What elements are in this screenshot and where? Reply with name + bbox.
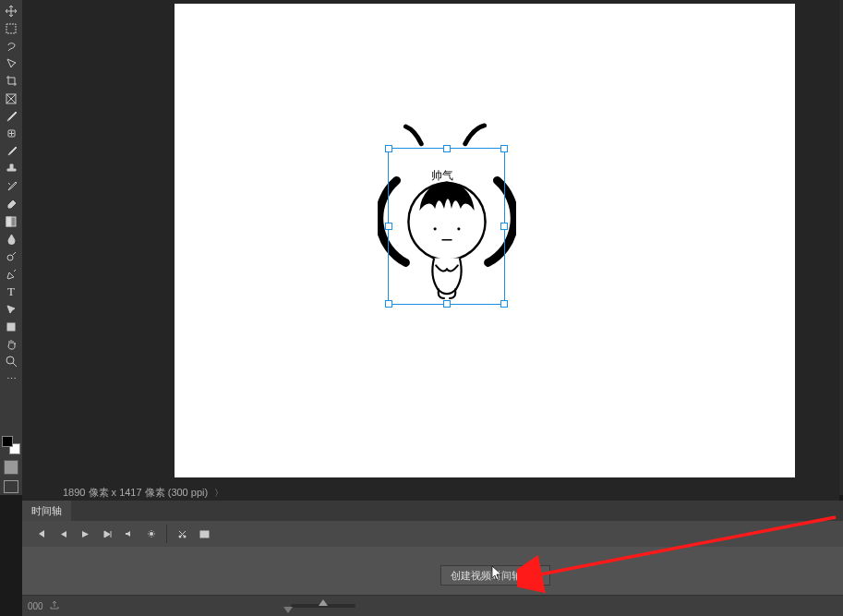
svg-rect-4 bbox=[6, 217, 11, 226]
foreground-background-swatch[interactable] bbox=[2, 436, 20, 454]
status-bar: 1890 像素 x 1417 像素 (300 ppi) 〉 bbox=[22, 484, 839, 501]
layer-artwork bbox=[378, 121, 516, 304]
history-brush-tool-icon[interactable] bbox=[1, 177, 21, 195]
quick-select-tool-icon[interactable] bbox=[1, 54, 21, 72]
hand-tool-icon[interactable] bbox=[1, 335, 21, 353]
frame-tool-icon[interactable] bbox=[1, 90, 21, 107]
crop-tool-icon[interactable] bbox=[1, 72, 21, 90]
go-to-first-frame-icon[interactable] bbox=[30, 525, 52, 543]
create-timeline-dropdown-icon[interactable]: ▾ bbox=[532, 565, 550, 586]
svg-point-7 bbox=[6, 356, 14, 364]
shape-tool-icon[interactable] bbox=[1, 318, 21, 335]
tools-panel: T ⋯ bbox=[0, 0, 22, 495]
svg-rect-6 bbox=[7, 323, 15, 331]
lasso-tool-icon[interactable] bbox=[1, 37, 21, 54]
status-more-icon[interactable]: 〉 bbox=[214, 488, 223, 498]
svg-rect-0 bbox=[6, 24, 16, 33]
blur-tool-icon[interactable] bbox=[1, 230, 21, 248]
svg-point-5 bbox=[7, 255, 13, 260]
rect-marquee-tool-icon[interactable] bbox=[1, 19, 21, 37]
right-panel-collapse[interactable] bbox=[839, 0, 843, 495]
quick-mask-icon[interactable] bbox=[4, 460, 18, 475]
timeline-footer: 000 bbox=[22, 595, 843, 616]
artwork-text-label: 帅气 bbox=[431, 168, 453, 184]
eraser-tool-icon[interactable] bbox=[1, 195, 21, 212]
svg-point-10 bbox=[457, 227, 460, 230]
timeline-playback-controls bbox=[22, 521, 843, 547]
brush-tool-icon[interactable] bbox=[1, 142, 21, 160]
play-icon[interactable] bbox=[74, 525, 96, 543]
split-clip-icon[interactable] bbox=[171, 525, 193, 543]
frame-counter: 000 bbox=[28, 601, 43, 611]
timeline-tabbar: 时间轴 bbox=[22, 501, 843, 521]
pen-tool-icon[interactable] bbox=[1, 265, 21, 283]
svg-point-9 bbox=[434, 227, 437, 230]
zoom-tool-icon[interactable] bbox=[1, 353, 21, 370]
timeline-panel: 时间轴 创建视频时间轴 ▾ 000 bbox=[22, 501, 843, 616]
stamp-tool-icon[interactable] bbox=[1, 160, 21, 177]
edit-toolbar-icon[interactable]: ⋯ bbox=[1, 370, 21, 388]
prev-frame-icon[interactable] bbox=[52, 525, 74, 543]
render-export-icon[interactable] bbox=[49, 599, 60, 612]
dodge-tool-icon[interactable] bbox=[1, 248, 21, 265]
canvas-workspace: 帅气 bbox=[22, 0, 839, 495]
document-canvas[interactable]: 帅气 bbox=[175, 4, 795, 477]
eyedropper-tool-icon[interactable] bbox=[1, 107, 21, 125]
gradient-tool-icon[interactable] bbox=[1, 212, 21, 230]
move-tool-icon[interactable] bbox=[1, 2, 21, 19]
create-video-timeline-button[interactable]: 创建视频时间轴 bbox=[440, 565, 532, 586]
path-select-tool-icon[interactable] bbox=[1, 300, 21, 318]
document-dimensions: 1890 像素 x 1417 像素 (300 ppi) bbox=[63, 487, 208, 498]
transition-icon[interactable] bbox=[193, 525, 215, 543]
settings-gear-icon[interactable] bbox=[140, 525, 163, 543]
tab-timeline[interactable]: 时间轴 bbox=[22, 501, 71, 521]
heal-brush-tool-icon[interactable] bbox=[1, 125, 21, 142]
timeline-zoom-slider[interactable] bbox=[291, 604, 355, 608]
timeline-body: 创建视频时间轴 ▾ bbox=[22, 547, 843, 595]
screen-mode-icon[interactable] bbox=[4, 480, 18, 493]
type-tool-icon[interactable]: T bbox=[1, 283, 21, 300]
next-frame-icon[interactable] bbox=[96, 525, 118, 543]
audio-mute-icon[interactable] bbox=[118, 525, 140, 543]
svg-point-11 bbox=[150, 532, 153, 536]
